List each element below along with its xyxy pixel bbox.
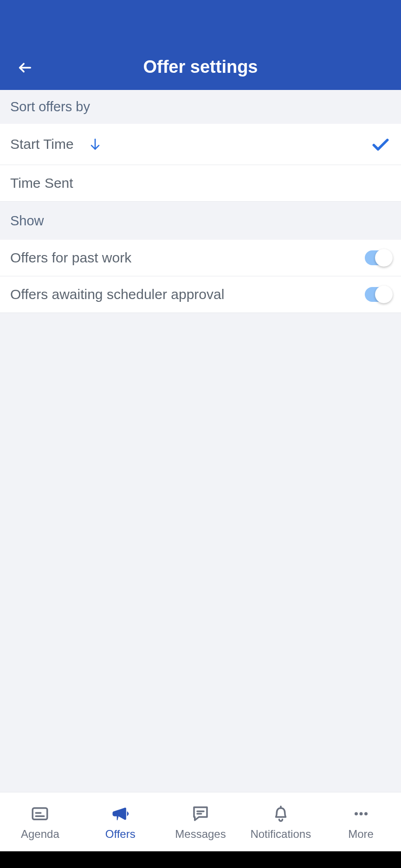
toggle-knob xyxy=(375,249,393,267)
checkmark-icon xyxy=(370,134,391,154)
nav-more[interactable]: More xyxy=(321,792,401,851)
more-icon xyxy=(351,804,371,824)
nav-agenda[interactable]: Agenda xyxy=(0,792,80,851)
sort-option-label: Start Time xyxy=(10,136,74,152)
sort-option-label: Time Sent xyxy=(10,175,73,191)
nav-notifications[interactable]: Notifications xyxy=(240,792,321,851)
nav-messages[interactable]: Messages xyxy=(161,792,241,851)
toggle-knob xyxy=(375,286,393,303)
nav-label: Agenda xyxy=(21,828,59,841)
svg-point-10 xyxy=(364,812,368,815)
sort-section-header: Sort offers by xyxy=(0,90,401,124)
content-area: Sort offers by Start Time Time Sent Show… xyxy=(0,90,401,792)
app-header: Offer settings xyxy=(0,0,401,90)
message-icon xyxy=(191,804,210,824)
nav-label: Notifications xyxy=(250,828,311,841)
bell-icon xyxy=(271,804,291,824)
show-section-header: Show xyxy=(0,202,401,240)
sort-option-start-time[interactable]: Start Time xyxy=(0,124,401,165)
toggle-awaiting-approval-row: Offers awaiting scheduler approval xyxy=(0,276,401,313)
nav-label: More xyxy=(348,828,374,841)
toggle-past-work-row: Offers for past work xyxy=(0,240,401,276)
page-title: Offer settings xyxy=(0,57,401,77)
arrow-left-icon xyxy=(17,60,33,76)
svg-point-8 xyxy=(355,812,358,815)
toggle-label: Offers awaiting scheduler approval xyxy=(10,287,224,302)
toggle-awaiting-approval[interactable] xyxy=(365,287,391,302)
bottom-nav: Agenda Offers Messages xyxy=(0,792,401,851)
sort-option-time-sent[interactable]: Time Sent xyxy=(0,165,401,202)
toggle-past-work[interactable] xyxy=(365,250,391,265)
arrow-down-icon xyxy=(88,137,103,152)
back-button[interactable] xyxy=(16,58,34,77)
svg-point-9 xyxy=(359,812,362,815)
agenda-icon xyxy=(30,804,50,824)
nav-label: Messages xyxy=(175,828,226,841)
home-indicator-bar xyxy=(0,851,401,868)
nav-label: Offers xyxy=(105,828,136,841)
nav-offers[interactable]: Offers xyxy=(80,792,161,851)
megaphone-icon xyxy=(110,804,130,824)
toggle-label: Offers for past work xyxy=(10,250,131,266)
